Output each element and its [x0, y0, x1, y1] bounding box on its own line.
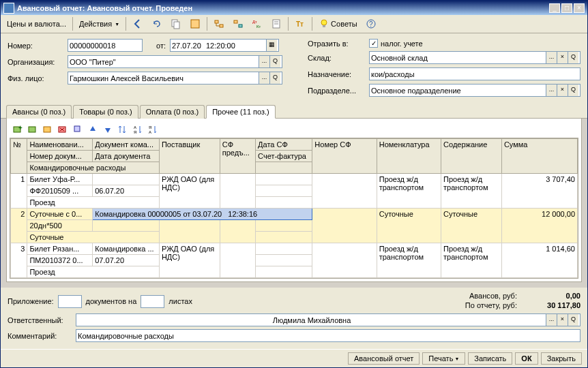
comment-label: Комментарий:	[8, 332, 76, 340]
grid-sortza-icon[interactable]: ЯA	[146, 123, 160, 136]
grid-sortaz-icon[interactable]: AЯ	[131, 123, 145, 136]
col-sfdate[interactable]: Дата СФ	[256, 139, 312, 151]
col-sf[interactable]: СФ предъ...	[220, 139, 255, 174]
svg-rect-4	[220, 25, 223, 27]
svg-text:Дт: Дт	[252, 20, 257, 24]
col-supplier[interactable]: Поставщик	[159, 139, 220, 174]
calendar-icon[interactable]: ▦	[266, 40, 277, 51]
tax-checkbox[interactable]: ✓ налог. учете	[369, 39, 423, 48]
col-n[interactable]: №	[11, 139, 27, 174]
tab-oplata[interactable]: Оплата (0 поз.)	[140, 105, 205, 119]
purpose-label: Назначение:	[308, 70, 369, 78]
col-nomen[interactable]: Номенклатура	[377, 139, 441, 174]
report-total-label: По отчету, руб:	[465, 301, 517, 309]
post-icon[interactable]	[186, 16, 204, 31]
link-icon[interactable]	[229, 16, 247, 31]
person-input[interactable]: Гармошкин Алексей Васильевич ... Q	[68, 72, 282, 85]
tab-tovary[interactable]: Товары (0 поз.)	[73, 105, 138, 119]
svg-text:+: +	[18, 124, 23, 132]
grid-up-icon[interactable]	[86, 123, 100, 136]
document-icon[interactable]	[267, 16, 285, 31]
org-open-icon[interactable]: Q	[269, 56, 280, 67]
wh-select-icon[interactable]: ...	[546, 52, 557, 63]
col-sfnum[interactable]: Номер СФ	[312, 139, 377, 174]
warehouse-input[interactable]: Основной склад ... × Q	[369, 51, 580, 64]
person-select-icon[interactable]: ...	[259, 72, 269, 84]
warehouse-label: Склад:	[308, 54, 369, 62]
resp-open-icon[interactable]: Q	[568, 314, 578, 326]
data-grid[interactable]: № Наименовани... Документ кома... Постав…	[10, 138, 578, 279]
grid-edit-icon[interactable]	[41, 123, 55, 136]
grid-down-icon[interactable]	[101, 123, 115, 136]
tab-prochee[interactable]: Прочее (11 поз.)	[206, 105, 276, 119]
comment-input[interactable]: Командировочные расходы	[76, 329, 580, 342]
resp-select-icon[interactable]: ...	[546, 314, 557, 326]
table-row[interactable]: 1Билет Уфа-Р...РЖД ОАО (для НДС)Проезд ж…	[11, 174, 578, 185]
prices-currency-button[interactable]: Цены и валюта...	[3, 18, 70, 30]
col-invoice[interactable]: Счет-фактура	[256, 151, 312, 162]
dt-kt-icon[interactable]: ДтКт	[248, 16, 266, 31]
svg-text:A: A	[134, 125, 136, 129]
purpose-input[interactable]: кои/расходы	[369, 67, 580, 80]
col-content[interactable]: Содержание	[441, 139, 502, 174]
grid-copy-icon[interactable]	[71, 123, 85, 136]
org-select-icon[interactable]: ...	[259, 56, 269, 67]
tab-avansy[interactable]: Авансы (0 поз.)	[6, 105, 72, 119]
maximize-button[interactable]: □	[561, 3, 572, 13]
copy-icon[interactable]	[167, 16, 185, 31]
org-input[interactable]: ООО "Питер" ... Q	[68, 55, 282, 68]
wh-clear-icon[interactable]: ×	[557, 52, 568, 63]
advances-value: 0,00	[519, 292, 580, 300]
svg-text:Кт: Кт	[256, 25, 261, 29]
dept-input[interactable]: Основное подразделение ... × Q	[369, 84, 580, 97]
attach-docs-input[interactable]	[58, 295, 82, 308]
resp-clear-icon[interactable]: ×	[557, 314, 568, 326]
dept-clear-icon[interactable]: ×	[557, 85, 568, 96]
advice-button[interactable]: Советы	[315, 16, 360, 31]
from-label: от:	[143, 42, 170, 50]
svg-text:Я: Я	[149, 125, 151, 129]
svg-rect-24	[74, 126, 80, 132]
close-button[interactable]: ×	[574, 3, 585, 13]
dept-select-icon[interactable]: ...	[546, 85, 557, 96]
close-form-button[interactable]: Закрыть	[541, 352, 582, 365]
actions-button[interactable]: Действия▼	[76, 18, 123, 30]
back-icon[interactable]	[129, 16, 147, 31]
window-title: Авансовый отчет: Авансовый отчет. Провед…	[17, 4, 549, 12]
table-row[interactable]: 2Суточные с 0...Командировка 00000005 от…	[11, 209, 578, 220]
number-input[interactable]: 00000000018	[68, 39, 143, 52]
refresh-icon[interactable]	[148, 16, 166, 31]
resp-input[interactable]: Людмила Михайловна ... × Q	[76, 313, 580, 326]
main-window: Авансовый отчет: Авансовый отчет. Провед…	[0, 0, 588, 368]
grid-add2-icon[interactable]	[26, 123, 40, 136]
person-open-icon[interactable]: Q	[269, 72, 280, 84]
tab-content: + AЯ ЯA № Наименовани... Документ кома..…	[6, 119, 582, 282]
svg-rect-2	[191, 20, 199, 28]
col-trip[interactable]: Командировочные расходы	[27, 162, 160, 174]
attach-label: Приложение:	[8, 297, 54, 305]
tree-icon[interactable]	[210, 16, 228, 31]
col-doc[interactable]: Документ кома...	[93, 139, 160, 151]
table-row[interactable]: 3Билет Рязан...Командировка ...РЖД ОАО (…	[11, 243, 578, 255]
col-docnum[interactable]: Номер докум...	[27, 151, 93, 162]
form-header: Номер: 00000000018 от: 27.07.20 12:20:00…	[1, 33, 587, 104]
dept-open-icon[interactable]: Q	[568, 85, 578, 96]
col-sum[interactable]: Сумма	[501, 139, 577, 174]
tt-icon[interactable]: Тт	[291, 16, 309, 31]
grid-add-icon[interactable]: +	[11, 123, 25, 136]
ok-button[interactable]: ОК	[515, 352, 538, 365]
grid-del-icon[interactable]	[56, 123, 70, 136]
wh-open-icon[interactable]: Q	[568, 52, 578, 63]
person-label: Физ. лицо:	[8, 74, 68, 82]
save-button[interactable]: Записать	[468, 352, 512, 365]
svg-text:A: A	[149, 130, 151, 134]
minimize-button[interactable]: _	[549, 3, 560, 13]
date-input[interactable]: 27.07.20 12:20:00 ▦	[170, 39, 279, 52]
print-button[interactable]: Печать▼	[422, 352, 465, 365]
help-icon[interactable]: ?	[362, 16, 380, 31]
col-docdate[interactable]: Дата документа	[93, 151, 160, 162]
col-name[interactable]: Наименовани...	[27, 139, 93, 151]
attach-sheets-input[interactable]	[141, 295, 164, 308]
report-button[interactable]: Авансовый отчет	[348, 352, 420, 365]
grid-sort-icon[interactable]	[116, 123, 130, 136]
